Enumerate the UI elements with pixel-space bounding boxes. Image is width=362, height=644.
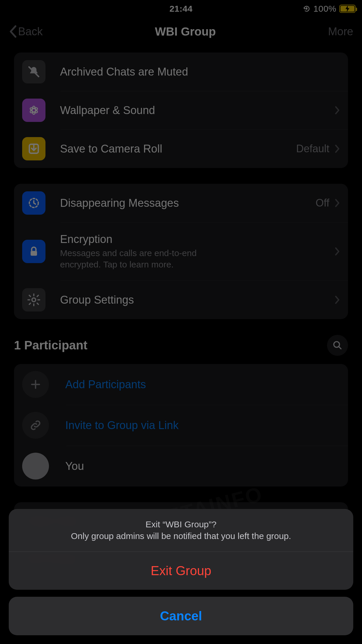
button-label: Cancel xyxy=(160,609,202,623)
sheet-header: Exit “WBI Group”? Only group admins will… xyxy=(9,509,353,552)
sheet-message: Only group admins will be notified that … xyxy=(23,531,339,541)
sheet-title: Exit “WBI Group”? xyxy=(23,519,339,529)
sheet-cancel-button[interactable]: Cancel xyxy=(9,597,353,635)
sheet-exit-group-button[interactable]: Exit Group xyxy=(9,552,353,590)
button-label: Exit Group xyxy=(151,564,211,578)
action-sheet: Exit “WBI Group”? Only group admins will… xyxy=(9,509,353,635)
